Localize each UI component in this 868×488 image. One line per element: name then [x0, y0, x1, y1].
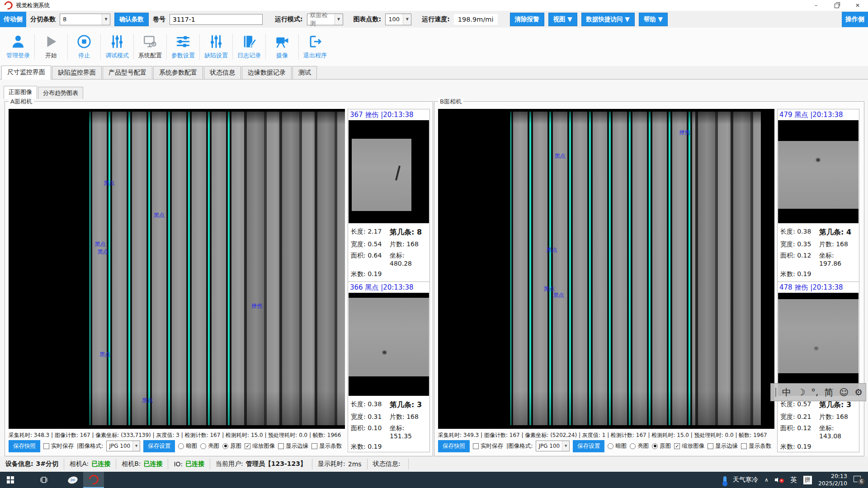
chevron-down-icon: ▼	[132, 441, 140, 451]
toolbar-item-sliders-v[interactable]: 调试模式	[101, 28, 133, 66]
defect-thumbnail[interactable]	[349, 293, 429, 396]
slice-count-select[interactable]: 8 ▼	[60, 14, 110, 25]
display-mode-radio[interactable]: 暗图	[178, 442, 197, 450]
ime-item-4[interactable]: 简	[824, 386, 833, 399]
camera-image[interactable]: 挫伤黑点黑点黑点黑点	[438, 109, 774, 429]
image-format-select[interactable]: JPG 100▼	[106, 441, 140, 451]
chevron-down-icon: ▼	[562, 441, 569, 451]
display-option-checkbox[interactable]: 显示条数	[741, 442, 771, 450]
roll-number-input[interactable]	[170, 14, 263, 25]
ime-mode-indicator[interactable]: 拼	[803, 476, 812, 484]
toolbar-item-journal[interactable]: 日志记录	[233, 28, 265, 66]
defect-card-header: 367 挫伤 |20:13:38	[348, 109, 429, 120]
clock[interactable]: 20:13 2025/2/10	[818, 473, 847, 488]
sub-tab-1[interactable]: 正面图像	[4, 86, 37, 99]
help-menu-button[interactable]: 帮助 ▼	[639, 13, 668, 26]
display-mode-radio[interactable]: 原图	[652, 442, 671, 450]
tray-expand-chevron[interactable]: ∧	[764, 477, 769, 483]
chart-points-select[interactable]: 100 ▼	[385, 14, 411, 25]
segment-label: 显示耗时:	[318, 460, 345, 468]
defect-thumbnail[interactable]	[778, 293, 859, 396]
defect-detail-row: 宽度: 0.21片数: 168	[780, 411, 856, 422]
tab-5[interactable]: 状态信息	[204, 66, 241, 79]
camera-image[interactable]: 黑点黑点黑点黑点挫伤黑点黑点	[9, 109, 345, 429]
notification-center-button[interactable]: 6	[854, 476, 863, 484]
save-snapshot-button[interactable]: 保存快照	[438, 440, 470, 452]
defect-thumbnail[interactable]	[349, 120, 429, 223]
segment-label: 当前用户:	[216, 460, 243, 468]
drive-side-button[interactable]: 传动侧	[0, 12, 26, 27]
ime-item-1[interactable]: 中	[782, 386, 791, 399]
display-mode-radio[interactable]: 原图	[222, 442, 241, 450]
save-settings-button[interactable]: 保存设置	[573, 440, 604, 452]
sub-tab-2[interactable]: 分布趋势图表	[38, 87, 83, 99]
tab-6[interactable]: 边缘数据记录	[242, 66, 292, 79]
thumbnail-material	[778, 141, 859, 209]
display-mode-radio[interactable]: 暗图	[608, 442, 627, 450]
ime-floating-bar: 中☽°,简☺⚙	[770, 383, 866, 401]
display-option-checkbox[interactable]: 显示边缘	[278, 442, 308, 450]
defect-card[interactable]: 366 黑点 |20:13:38长度: 0.38第几条: 3宽度: 0.31片数…	[348, 282, 429, 454]
confirm-count-button[interactable]: 确认条数	[114, 13, 149, 26]
clear-alarm-button[interactable]: 清除报警	[510, 13, 544, 26]
operate-side-button[interactable]: 操作侧	[842, 12, 868, 27]
data-quick-access-menu-button[interactable]: 数据快捷访问 ▼	[581, 13, 635, 26]
defect-card[interactable]: 367 挫伤 |20:13:38长度: 2.17第几条: 8宽度: 0.54片数…	[348, 109, 429, 282]
toolbar-item-sliders-h[interactable]: 参数设置	[167, 28, 199, 66]
defect-sidebar: 367 挫伤 |20:13:38长度: 2.17第几条: 8宽度: 0.54片数…	[348, 109, 430, 452]
view-menu-button[interactable]: 视图 ▼	[548, 13, 577, 26]
ime-item-5[interactable]: ☺	[839, 387, 849, 398]
display-option-checkbox[interactable]: ✓缩放图像	[245, 442, 275, 450]
ime-item-3[interactable]: °,	[811, 387, 818, 398]
minimize-button[interactable]: –	[806, 0, 826, 11]
display-mode-radio[interactable]: 亮图	[630, 442, 649, 450]
device-info-segment: 显示耗时:2ms	[312, 459, 368, 469]
defect-card[interactable]: 478 挫伤 |20:13:38长度: 0.57第几条: 3宽度: 0.21片数…	[778, 282, 859, 454]
save-snapshot-button[interactable]: 保存快照	[9, 440, 40, 452]
defect-detail-row: 米数: 0.19	[780, 441, 856, 452]
radio-label: 原图	[660, 442, 671, 450]
defect-card[interactable]: 479 黑点 |20:13:38长度: 0.38第几条: 4宽度: 0.35片数…	[778, 109, 859, 282]
display-option-checkbox[interactable]: 显示条数	[311, 442, 342, 450]
toolbar-item-monitor-gear[interactable]: 系统配置	[134, 28, 166, 66]
display-option-checkbox[interactable]: 显示边缘	[708, 442, 738, 450]
tab-7[interactable]: 测试	[292, 66, 317, 79]
tab-3[interactable]: 产品型号配置	[103, 66, 152, 79]
date-text: 2025/2/10	[818, 480, 847, 487]
start-button[interactable]	[0, 472, 21, 488]
vision-app-taskbar-button[interactable]	[83, 472, 104, 488]
image-format-select[interactable]: JPG 100▼	[536, 441, 570, 451]
toolbar-item-sliders-v2[interactable]: 缺陷设置	[200, 28, 232, 66]
restore-button[interactable]	[826, 0, 847, 11]
task-view-button[interactable]	[33, 472, 54, 488]
volume-muted-icon[interactable]: ✕	[775, 476, 784, 483]
tab-2[interactable]: 缺陷监控界面	[52, 66, 102, 79]
display-option-checkbox[interactable]: ✓缩放图像	[674, 442, 704, 450]
defect-thumbnail[interactable]	[778, 120, 859, 223]
save-settings-button[interactable]: 保存设置	[143, 440, 175, 452]
snipping-tool-button[interactable]: ✂	[62, 472, 83, 488]
tab-4[interactable]: 系统参数配置	[153, 66, 203, 79]
weather-text[interactable]: 天气寒冷	[733, 476, 758, 484]
panel-title: B面相机	[438, 98, 463, 106]
ime-item-6[interactable]: ⚙	[854, 387, 863, 398]
toolbar-item-stop[interactable]: 停止	[68, 28, 100, 66]
ime-item-2[interactable]: ☽	[797, 387, 805, 398]
image-format-label: |图像格式:	[77, 442, 103, 450]
ime-language-indicator[interactable]: 英	[790, 476, 797, 484]
segment-label: 相机B:	[122, 460, 141, 468]
toolbar-item-play[interactable]: 开始	[35, 28, 67, 66]
realtime-save-checkbox[interactable]: 实时保存	[473, 442, 503, 450]
ime-drag-handle[interactable]	[775, 388, 776, 397]
run-mode-select[interactable]: 双面检测 ▼	[307, 14, 343, 25]
defect-annotation: 挫伤	[679, 129, 690, 136]
toolbar-item-exit[interactable]: 退出程序	[299, 28, 331, 66]
display-mode-radio[interactable]: 亮图	[200, 442, 219, 450]
close-button[interactable]: ✕	[847, 0, 868, 11]
toolbar-item-video-camera[interactable]: 摄像	[266, 28, 298, 66]
realtime-save-checkbox[interactable]: 实时保存	[43, 442, 74, 450]
segment-value: 已连接	[91, 460, 110, 468]
checkbox-label: 实时保存	[481, 442, 503, 450]
tab-1[interactable]: 尺寸监控界面	[1, 66, 51, 80]
toolbar-item-user[interactable]: 管理登录	[2, 28, 34, 66]
